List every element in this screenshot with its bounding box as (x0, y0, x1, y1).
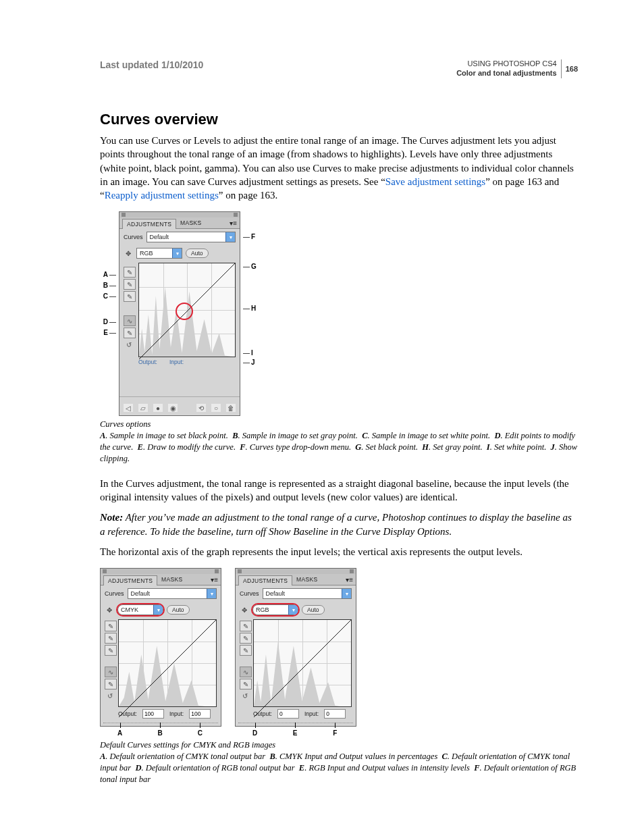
key: C (442, 752, 448, 761)
key: E (138, 442, 143, 452)
ann-B: B (140, 729, 180, 737)
curves-graph-rgb[interactable] (253, 619, 352, 707)
svg-line-5 (254, 620, 351, 717)
edit-points-tool-icon[interactable]: ∿ (240, 667, 252, 677)
channel-dropdown[interactable]: CMYK ▾ (117, 604, 163, 615)
tab-masks[interactable]: MASKS (292, 575, 321, 584)
callout-J: J (243, 359, 255, 366)
key: D (135, 763, 141, 773)
paragraph-axes: The horizontal axis of the graph represe… (100, 545, 578, 558)
key: A (100, 752, 105, 761)
flyout-menu-icon[interactable]: ▾≡ (230, 219, 237, 227)
note-body: After you’ve made an adjustment to the t… (100, 512, 572, 536)
chevron-down-icon: ▾ (288, 605, 298, 615)
caption-title: Default Curves settings for CMYK and RGB… (100, 739, 578, 751)
auto-button[interactable]: Auto (186, 249, 209, 258)
previous-state-icon[interactable]: ⟲ (196, 404, 206, 412)
preset-dropdown[interactable]: Default ▾ (146, 232, 236, 242)
curves-graph[interactable] (138, 263, 236, 357)
tab-adjustments[interactable]: ADJUSTMENTS (238, 575, 292, 585)
panel-grip[interactable] (101, 569, 221, 574)
eyedropper-white-icon[interactable]: ✎ (240, 645, 252, 656)
caption-text: Set gray point. (433, 442, 482, 452)
preset-dropdown[interactable]: Default ▾ (263, 588, 352, 599)
reset-icon[interactable]: ○ (211, 404, 221, 412)
draw-curve-tool-icon[interactable]: ✎ (105, 679, 117, 689)
eyedropper-black-icon[interactable]: ✎ (240, 621, 252, 631)
hand-icon: ↺ (105, 691, 115, 700)
hand-icon: ↺ (124, 340, 134, 349)
link-save-adjustment-settings[interactable]: Save adjustment settings (385, 176, 485, 187)
channel-value: CMYK (121, 606, 138, 613)
callout-H: H (243, 305, 256, 312)
callout-G: G (243, 263, 257, 270)
chevron-down-icon: ▾ (225, 232, 235, 242)
on-image-adjust-icon[interactable]: ✥ (124, 249, 133, 258)
eyedropper-white-icon[interactable]: ✎ (124, 291, 136, 302)
curves-panel-cmyk: ADJUSTMENTS MASKS ▾≡ Curves Default ▾ ✥ … (100, 568, 221, 727)
curves-panel-rgb: ADJUSTMENTS MASKS ▾≡ Curves Default ▾ ✥ … (235, 568, 356, 727)
tab-adjustments[interactable]: ADJUSTMENTS (103, 575, 157, 585)
caption-text: CMYK Input and Output values in percenta… (279, 752, 437, 761)
callout-B: B (103, 282, 116, 289)
caption-text: Sample in image to set black point. (110, 431, 228, 440)
panel-grip[interactable] (119, 212, 240, 217)
panel-grip[interactable] (236, 569, 356, 574)
ann-F: F (315, 729, 355, 737)
hand-icon: ↺ (240, 691, 250, 700)
on-image-adjust-icon[interactable]: ✥ (105, 605, 114, 615)
preset-value: Default (266, 590, 286, 597)
eyedropper-gray-icon[interactable]: ✎ (105, 633, 117, 644)
page-title: Curves overview (100, 111, 578, 128)
key: H (422, 442, 429, 452)
trash-icon[interactable]: 🗑 (226, 404, 236, 412)
doc-title: USING PHOTOSHOP CS4 (456, 59, 557, 68)
callout-E: E (103, 329, 116, 336)
curve-line (254, 620, 351, 717)
page-number: 168 (561, 59, 578, 78)
preset-value: Default (131, 590, 151, 597)
tab-masks[interactable]: MASKS (157, 575, 186, 584)
eyedropper-black-icon[interactable]: ✎ (105, 621, 117, 631)
channel-dropdown[interactable]: RGB ▾ (252, 604, 298, 615)
figure2-caption: Default Curves settings for CMYK and RGB… (100, 739, 578, 785)
edit-points-tool-icon[interactable]: ∿ (105, 667, 117, 677)
tab-adjustments[interactable]: ADJUSTMENTS (122, 219, 176, 229)
text: ” on page 163. (219, 190, 277, 201)
return-icon[interactable]: ◁ (124, 404, 133, 412)
key: E (299, 763, 304, 773)
ann-D: D (235, 729, 275, 737)
curves-label: Curves (240, 590, 259, 597)
ann-C: C (180, 729, 220, 737)
auto-button[interactable]: Auto (167, 605, 190, 615)
channel-dropdown[interactable]: RGB ▾ (136, 248, 182, 259)
chevron-down-icon: ▾ (342, 589, 351, 598)
caption-text: Draw to modify the curve. (147, 442, 236, 452)
link-reapply-adjustment-settings[interactable]: Reapply adjustment settings (105, 190, 219, 201)
flyout-menu-icon[interactable]: ▾≡ (211, 576, 218, 583)
curves-panel: ADJUSTMENTS MASKS ▾≡ Curves Default ▾ ✥ … (119, 211, 240, 416)
key: F (240, 442, 245, 452)
auto-button[interactable]: Auto (302, 605, 325, 615)
edit-points-tool-icon[interactable]: ∿ (124, 315, 136, 326)
draw-curve-tool-icon[interactable]: ✎ (240, 679, 252, 689)
chevron-down-icon: ▾ (153, 605, 163, 615)
eyedropper-black-icon[interactable]: ✎ (124, 267, 136, 278)
on-image-adjust-icon[interactable]: ✥ (240, 605, 249, 615)
figure-default-curves: ADJUSTMENTS MASKS ▾≡ Curves Default ▾ ✥ … (100, 568, 578, 737)
curves-graph-cmyk[interactable] (118, 619, 217, 707)
visibility-icon[interactable]: ◉ (168, 404, 178, 412)
key: F (474, 763, 479, 773)
ann-A: A (100, 729, 140, 737)
draw-curve-tool-icon[interactable]: ✎ (124, 328, 136, 338)
flyout-menu-icon[interactable]: ▾≡ (346, 576, 353, 583)
eyedropper-white-icon[interactable]: ✎ (105, 645, 117, 656)
eyedropper-gray-icon[interactable]: ✎ (240, 633, 252, 644)
key: B (232, 431, 238, 440)
expand-icon[interactable]: ▱ (138, 404, 148, 412)
tab-masks[interactable]: MASKS (176, 218, 205, 228)
clip-icon[interactable]: ● (153, 404, 163, 412)
note-paragraph: Note: After you’ve made an adjustment to… (100, 511, 578, 538)
eyedropper-gray-icon[interactable]: ✎ (124, 279, 136, 290)
preset-dropdown[interactable]: Default ▾ (128, 588, 217, 599)
